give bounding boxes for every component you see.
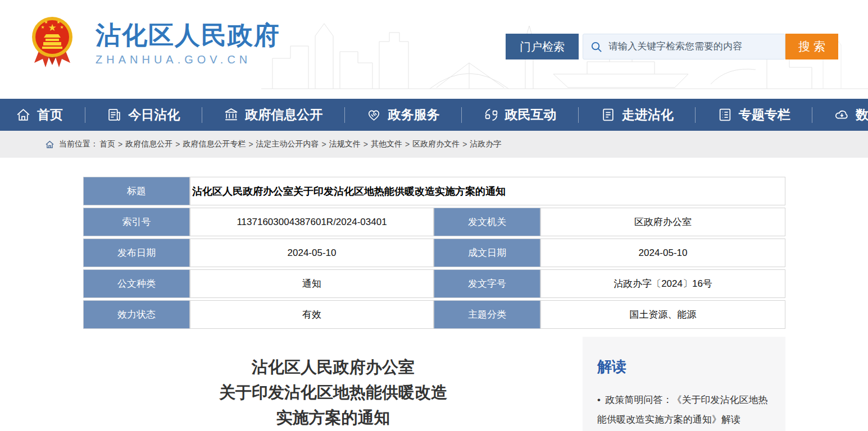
meta-value-document-type: 通知 [190,269,434,298]
interpretation-title: 解读 [597,357,771,377]
nav-item-label: 首页 [37,106,63,123]
document-title-line: 沾化区人民政府办公室 [83,355,583,380]
svg-text:★: ★ [44,20,48,25]
nav-item-special-topics[interactable]: 专题专栏 [717,106,790,123]
svg-text:★: ★ [40,25,44,30]
search-icon [590,40,603,53]
service-heart-icon [366,107,381,122]
meta-value-topic-category: 国土资源、能源 [540,300,785,329]
nav-item-open-data[interactable]: 数据开放 [834,106,868,123]
breadcrumb: 当前位置： 首页 > 政府信息公开 > 政府信息公开专栏 > 法定主动公开内容 … [0,131,868,158]
breadcrumb-item-statutory-content[interactable]: 法定主动公开内容 [256,139,319,149]
nav-item-label: 今日沾化 [128,106,180,123]
interpretation-link[interactable]: 政策简明问答：《关于印发沾化区地热能供暖改造实施方案的通知》解读 [597,390,771,429]
search-input[interactable] [608,41,778,52]
breadcrumb-separator: > [322,140,326,149]
portal-search-label: 门户检索 [520,39,565,54]
svg-text:★: ★ [60,25,63,30]
zhanhua-gov-page: ★ ★ ★ ★ ★ 沾化区人民政府 ZHANHUA.GOV.CN 门户检索 [0,0,868,431]
meta-value-validity-status: 有效 [190,300,434,329]
search-button-label: 搜 索 [798,39,825,54]
breadcrumb-item-district-office-docs[interactable]: 区政府办文件 [412,139,460,149]
cloud-download-icon [834,107,849,122]
site-header: ★ ★ ★ ★ ★ 沾化区人民政府 ZHANHUA.GOV.CN 门户检索 [0,0,868,99]
meta-label-publish-date: 发布日期 [83,239,190,267]
meta-value-document-number: 沾政办字〔2024〕16号 [540,269,785,298]
nav-divider [695,107,696,123]
breadcrumb-item-zhanzhengbanzi[interactable]: 沾政办字 [470,139,501,149]
nav-item-about[interactable]: 走进沾化 [601,106,674,123]
meta-value-written-date: 2024-05-10 [540,239,785,267]
search-box[interactable] [583,34,785,59]
document-title-line: 实施方案的通知 [83,405,583,430]
breadcrumb-item-home[interactable]: 首页 [99,139,115,149]
svg-text:★: ★ [56,20,60,25]
meta-value-index-number: 11371603004387601R/2024-03401 [190,208,434,236]
document-title-line: 关于印发沾化区地热能供暖改造 [83,380,583,405]
main-navigation: 首页 今日沾化 政府信息公开 [0,99,868,131]
meta-label-document-type: 公文种类 [83,269,190,298]
breadcrumb-home-icon [45,140,54,149]
portal-search-button[interactable]: 门户检索 [506,34,579,59]
breadcrumb-separator: > [405,140,410,149]
nav-divider [85,107,85,123]
nav-item-services[interactable]: 政务服务 [366,106,439,123]
list-icon [717,107,733,122]
interpretation-panel: 解读 政策简明问答：《关于印发沾化区地热能供暖改造实施方案的通知》解读 [583,337,785,431]
nav-item-label: 数据开放 [856,106,868,123]
document-meta-table: 标题 沾化区人民政府办公室关于印发沾化区地热能供暖改造实施方案的通知 索引号 1… [83,177,785,329]
nav-item-label: 政府信息公开 [245,106,322,123]
meta-label-document-number: 发文字号 [434,269,540,298]
meta-label-validity-status: 效力状态 [83,300,190,329]
site-name: 沾化区人民政府 [96,21,280,49]
breadcrumb-item-info-disclosure[interactable]: 政府信息公开 [125,139,172,149]
nav-item-label: 专题专栏 [739,106,790,123]
nav-item-info-disclosure[interactable]: 政府信息公开 [224,106,322,123]
breadcrumb-item-regulations[interactable]: 法规文件 [329,139,361,149]
breadcrumb-separator: > [363,140,368,149]
document-icon [601,107,616,122]
breadcrumb-item-other-documents[interactable]: 其他文件 [371,139,402,149]
nav-item-interaction[interactable]: 政民互动 [484,106,557,123]
svg-text:★: ★ [48,22,56,33]
meta-label-issuing-agency: 发文机关 [434,208,540,236]
document-title: 沾化区人民政府办公室 关于印发沾化区地热能供暖改造 实施方案的通知 [83,355,583,430]
national-emblem-icon: ★ ★ ★ ★ ★ [31,15,74,71]
site-logo[interactable]: ★ ★ ★ ★ ★ [31,15,74,71]
chat-bubbles-icon [484,107,499,122]
site-title-block[interactable]: 沾化区人民政府 ZHANHUA.GOV.CN [96,21,280,66]
meta-label-written-date: 成文日期 [434,239,540,267]
meta-label-index-number: 索引号 [83,208,190,236]
breadcrumb-item-disclosure-column[interactable]: 政府信息公开专栏 [183,139,246,149]
nav-divider [578,107,579,123]
nav-item-label: 政务服务 [388,106,439,123]
nav-item-label: 走进沾化 [622,106,674,123]
meta-label-title: 标题 [83,177,190,205]
nav-divider [461,107,462,123]
newspaper-icon [107,107,122,122]
breadcrumb-separator: > [248,140,253,149]
meta-value-issuing-agency: 区政府办公室 [540,208,785,236]
nav-divider [344,107,345,123]
breadcrumb-separator: > [118,140,122,149]
breadcrumb-separator: > [175,140,180,149]
search-button[interactable]: 搜 索 [785,34,838,59]
meta-value-publish-date: 2024-05-10 [190,239,434,267]
breadcrumb-separator: > [462,140,467,149]
nav-item-label: 政民互动 [505,106,557,123]
government-building-icon [224,107,239,122]
nav-divider [812,107,812,123]
home-icon [16,107,31,122]
site-domain: ZHANHUA.GOV.CN [96,53,280,66]
meta-value-title: 沾化区人民政府办公室关于印发沾化区地热能供暖改造实施方案的通知 [190,177,785,205]
nav-item-today[interactable]: 今日沾化 [107,106,180,123]
nav-divider [202,107,202,123]
meta-label-topic-category: 主题分类 [434,300,540,329]
breadcrumb-prefix: 当前位置： [59,139,98,149]
nav-item-home[interactable]: 首页 [16,106,63,123]
